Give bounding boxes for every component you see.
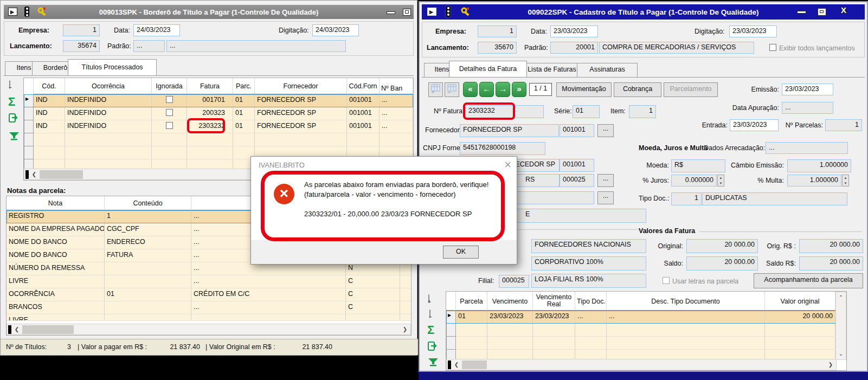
notas-hscrollbar[interactable]: ❮ ❯ xyxy=(7,324,411,335)
parcelas-vscrollbar[interactable]: ⌃ ⌄ xyxy=(835,292,846,360)
list-item[interactable]: BRANCOS ... C xyxy=(7,301,411,314)
scroll-thumb[interactable] xyxy=(462,360,487,369)
parcelas-hscrollbar[interactable]: ❮ ❯ xyxy=(446,359,837,370)
tab-assinaturas[interactable]: Assinaturas xyxy=(577,63,638,77)
data-apuracao-field[interactable]: ... xyxy=(782,102,833,114)
col-vencimento[interactable]: Vencimento xyxy=(487,292,533,311)
padrao-desc-field[interactable]: ... xyxy=(166,40,346,52)
table-row[interactable]: ▶ 01 23/03/2023 23/03/2023 ... ... 20 00… xyxy=(446,311,846,324)
col-nota[interactable]: Nota xyxy=(7,196,105,210)
col-ignorada[interactable]: Ignorada xyxy=(152,78,187,94)
data-field[interactable]: 23/03/2023 xyxy=(550,25,598,37)
emissao-field[interactable]: 23/03/2023 xyxy=(782,83,833,95)
filter-icon[interactable] xyxy=(428,358,439,368)
scroll-down-button[interactable]: ⌄ xyxy=(837,350,845,358)
saldors-field[interactable]: 20 000.00 xyxy=(799,256,863,270)
padrao-code-field[interactable]: ... xyxy=(133,40,165,52)
list-item[interactable]: LIVRE ... C xyxy=(7,275,411,288)
scroll-thumb[interactable] xyxy=(40,170,83,179)
scroll-right-button[interactable]: ❯ xyxy=(826,360,835,369)
empresa-field[interactable]: 1 xyxy=(478,25,517,37)
col-conteudo[interactable]: Conteúdo xyxy=(105,196,191,210)
col-codforn[interactable]: Cód.Forn xyxy=(347,78,380,94)
lancamento-field[interactable]: 35670 xyxy=(478,42,517,54)
filter-icon[interactable] xyxy=(9,132,20,142)
movimentacao-button[interactable]: Movimentação xyxy=(556,82,612,97)
col-valor-original[interactable]: Valor original xyxy=(765,292,835,311)
maximize-button[interactable] xyxy=(818,8,826,16)
close-button[interactable]: X xyxy=(838,5,849,16)
col-cod[interactable]: Cód. xyxy=(34,78,65,94)
fornecedor-code-field[interactable]: 001001 xyxy=(560,124,594,137)
acompanhamento-button[interactable]: Acompanhamento da parcela xyxy=(754,273,863,288)
portador-code-field[interactable]: 000025 xyxy=(560,174,594,187)
nav-next-button[interactable]: → xyxy=(496,82,510,97)
minimize-button[interactable] xyxy=(387,11,395,14)
cnpj-field[interactable]: 54517628000198 xyxy=(460,142,545,155)
ignorada-checkbox[interactable] xyxy=(166,109,173,116)
minimize-button[interactable] xyxy=(797,11,806,14)
multa-field[interactable]: 1.000000 xyxy=(787,175,841,186)
data-field[interactable]: 24/03/2023 xyxy=(133,24,180,36)
sacado-code-field[interactable]: 001001 xyxy=(560,159,594,172)
portador-lookup-button[interactable]: ... xyxy=(597,174,614,187)
left-titlebar[interactable]: ▶ 009013SPK - Borderô de Título a Pagar … xyxy=(4,5,414,19)
note-remove-icon[interactable]: – xyxy=(429,310,430,318)
nav-first-button[interactable]: « xyxy=(463,82,478,97)
serie-field[interactable]: 01 xyxy=(573,105,600,118)
exibir-todos-checkbox[interactable] xyxy=(769,44,776,51)
ignorada-checkbox[interactable] xyxy=(166,122,173,129)
col-ocorrencia[interactable]: Ocorrência xyxy=(65,78,152,94)
tipodoc-code-field[interactable]: 1 xyxy=(671,192,702,205)
export-doc-icon[interactable] xyxy=(427,342,439,354)
entrada-field[interactable]: 23/03/2023 xyxy=(730,119,779,131)
col-vencimento-real[interactable]: Vencimento Real xyxy=(533,292,575,311)
scroll-left-button[interactable]: ❮ xyxy=(452,360,461,369)
close-icon[interactable]: × xyxy=(504,158,511,172)
sum-icon[interactable]: Σ xyxy=(427,323,434,337)
juros-field[interactable]: 0.000000 xyxy=(671,175,717,186)
cambio-emissao-field[interactable]: 1.000000 xyxy=(787,159,851,172)
scroll-right-button[interactable]: ❯ xyxy=(401,325,409,334)
grid-add-button[interactable]: + xyxy=(428,82,443,97)
ok-button[interactable]: OK xyxy=(443,246,479,259)
table-row[interactable]: ▶ IND INDEFINIDO 001701 01 FORNECEDOR SP… xyxy=(24,94,413,107)
saldo-field[interactable]: 20 000.00 xyxy=(686,256,758,270)
scroll-thumb[interactable] xyxy=(22,325,74,334)
fornecedor-lookup-button[interactable]: ... xyxy=(597,124,614,137)
export-doc-icon[interactable] xyxy=(8,113,20,126)
list-item[interactable]: OCORRÊNCIA 01 CRÉDITO EM C/C C xyxy=(7,288,411,301)
usar-letras-checkbox[interactable] xyxy=(663,277,670,284)
occluded-lookup-button[interactable]: ... xyxy=(597,191,614,204)
note-add-icon[interactable]: + xyxy=(428,294,429,303)
lancamento-field[interactable]: 35674 xyxy=(63,40,100,52)
filial-code-field[interactable]: 000025 xyxy=(499,275,529,288)
col-nbanco[interactable]: Nº Ban xyxy=(380,78,413,94)
sum-icon[interactable]: Σ xyxy=(8,95,15,109)
scroll-left-button[interactable]: ❮ xyxy=(30,170,38,179)
tab-detalhes-fatura[interactable]: Detalhes da Fatura xyxy=(449,61,527,77)
col-parcela[interactable]: Parcela xyxy=(456,292,487,311)
col-parc[interactable]: Parc. xyxy=(233,78,255,94)
tab-titulos-processados[interactable]: Títulos Processados xyxy=(68,59,157,75)
digitacao-field[interactable]: 23/03/2023 xyxy=(729,25,777,37)
padrao-desc-field[interactable]: COMPRA DE MERCADORIAS / SERVIÇOS xyxy=(599,42,754,54)
scroll-left-button[interactable]: ❮ xyxy=(12,325,21,334)
maximize-button[interactable] xyxy=(403,9,411,16)
grid-remove-button[interactable]: – xyxy=(445,82,459,97)
padrao-code-field[interactable]: 20001 xyxy=(550,42,598,54)
nav-prev-button[interactable]: ← xyxy=(479,82,494,97)
note-remove-icon[interactable]: – xyxy=(9,80,10,89)
juros-spinner[interactable]: ▲▼ xyxy=(717,175,724,186)
right-titlebar[interactable]: ▶ 009022SPK - Cadastro de Título a Pagar… xyxy=(422,4,865,20)
parcelamento-button[interactable]: Parcelamento xyxy=(664,82,718,97)
conta-field[interactable]: FORNECEDORES NACIONAIS xyxy=(531,239,646,253)
digitacao-field[interactable]: 24/03/2023 xyxy=(312,24,359,36)
original-field[interactable]: 20 000.00 xyxy=(686,239,758,253)
col-tipodoc[interactable]: Tipo Doc. xyxy=(575,292,607,311)
dados-arrecadacao-field[interactable]: ... xyxy=(766,142,848,154)
origrs-field[interactable]: 20 000.00 xyxy=(799,239,863,253)
nparcelas-field[interactable]: 1 xyxy=(825,119,862,131)
moeda-field[interactable]: R$ xyxy=(671,159,725,172)
ignorada-checkbox[interactable] xyxy=(166,96,173,103)
